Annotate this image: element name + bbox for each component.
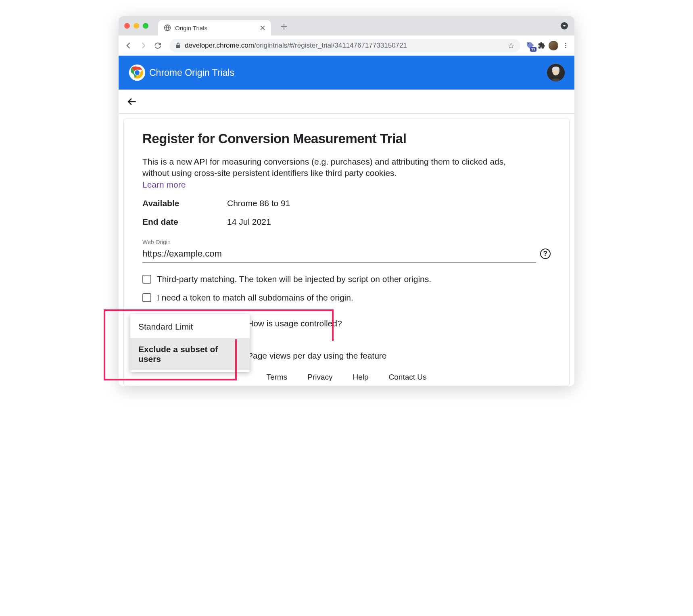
chrome-logo-icon <box>128 64 146 81</box>
forward-button[interactable] <box>137 40 149 52</box>
footer-terms-link[interactable]: Terms <box>266 373 287 382</box>
bookmark-star-icon[interactable]: ☆ <box>507 41 515 50</box>
page-description: This is a new API for measuring conversi… <box>142 156 522 179</box>
globe-icon <box>164 24 171 31</box>
end-date-label: End date <box>142 217 227 227</box>
tab-title: Origin Trials <box>175 25 207 31</box>
close-tab-icon[interactable] <box>260 25 265 31</box>
maximize-window-icon[interactable] <box>143 23 148 29</box>
svg-point-5 <box>135 70 140 75</box>
extension-tag-icon[interactable]: 32 <box>526 41 535 50</box>
back-button[interactable] <box>123 40 135 52</box>
footer-contact-link[interactable]: Contact Us <box>389 373 427 382</box>
window-controls <box>124 23 148 29</box>
new-tab-button[interactable] <box>278 21 290 32</box>
extensions-icon[interactable] <box>537 41 546 50</box>
web-origin-input[interactable] <box>142 247 536 263</box>
third-party-checkbox-row[interactable]: Third-party matching. The token will be … <box>142 274 551 284</box>
dropdown-option-standard[interactable]: Standard Limit <box>130 315 250 338</box>
subdomains-label: I need a token to match all subdomains o… <box>157 293 353 303</box>
dropdown-option-exclude[interactable]: Exclude a subset of users <box>130 338 250 370</box>
usage-restriction-area: How is usage controlled? Page views per … <box>142 319 551 361</box>
toolbar: developer.chrome.com/origintrials/#/regi… <box>119 35 574 56</box>
learn-more-link[interactable]: Learn more <box>142 180 551 190</box>
tab-bar: Origin Trials <box>119 16 574 35</box>
address-bar[interactable]: developer.chrome.com/origintrials/#/regi… <box>169 39 520 52</box>
help-icon[interactable]: ? <box>540 248 551 259</box>
usage-dropdown[interactable]: Standard Limit Exclude a subset of users <box>130 314 250 372</box>
page-back-button[interactable] <box>127 96 138 107</box>
browser-window: Origin Trials developer.chrome.com/or <box>119 16 574 386</box>
available-label: Available <box>142 198 227 208</box>
app-header: Chrome Origin Trials <box>119 56 574 90</box>
subheader <box>119 90 574 114</box>
tab-overflow-icon[interactable] <box>561 22 568 29</box>
registration-card: Register for Conversion Measurement Tria… <box>123 119 570 386</box>
profile-avatar-icon[interactable] <box>549 41 558 50</box>
checkbox-icon[interactable] <box>142 275 151 284</box>
reload-button[interactable] <box>152 40 164 52</box>
user-avatar[interactable] <box>547 64 565 81</box>
third-party-label: Third-party matching. The token will be … <box>157 274 431 284</box>
subdomains-checkbox-row[interactable]: I need a token to match all subdomains o… <box>142 293 551 303</box>
svg-rect-1 <box>176 45 180 48</box>
end-date-value: 14 Jul 2021 <box>227 217 271 227</box>
minimize-window-icon[interactable] <box>134 23 139 29</box>
content: Register for Conversion Measurement Tria… <box>119 119 574 386</box>
usage-controlled-link[interactable]: How is usage controlled? <box>247 319 342 328</box>
lock-icon <box>175 43 181 48</box>
url-text: developer.chrome.com/origintrials/#/regi… <box>185 42 407 50</box>
footer-privacy-link[interactable]: Privacy <box>307 373 332 382</box>
app-title: Chrome Origin Trials <box>149 67 234 78</box>
page-title: Register for Conversion Measurement Tria… <box>142 131 551 146</box>
browser-menu-icon[interactable] <box>561 41 570 50</box>
close-window-icon[interactable] <box>124 23 130 29</box>
available-value: Chrome 86 to 91 <box>227 198 290 208</box>
checkbox-icon[interactable] <box>142 293 151 302</box>
extension-badge-count: 32 <box>530 47 536 52</box>
page-views-label: Page views per day using the feature <box>247 351 551 361</box>
web-origin-label: Web Origin <box>142 239 551 245</box>
svg-point-2 <box>528 43 529 44</box>
footer-help-link[interactable]: Help <box>353 373 368 382</box>
browser-tab[interactable]: Origin Trials <box>158 20 271 35</box>
